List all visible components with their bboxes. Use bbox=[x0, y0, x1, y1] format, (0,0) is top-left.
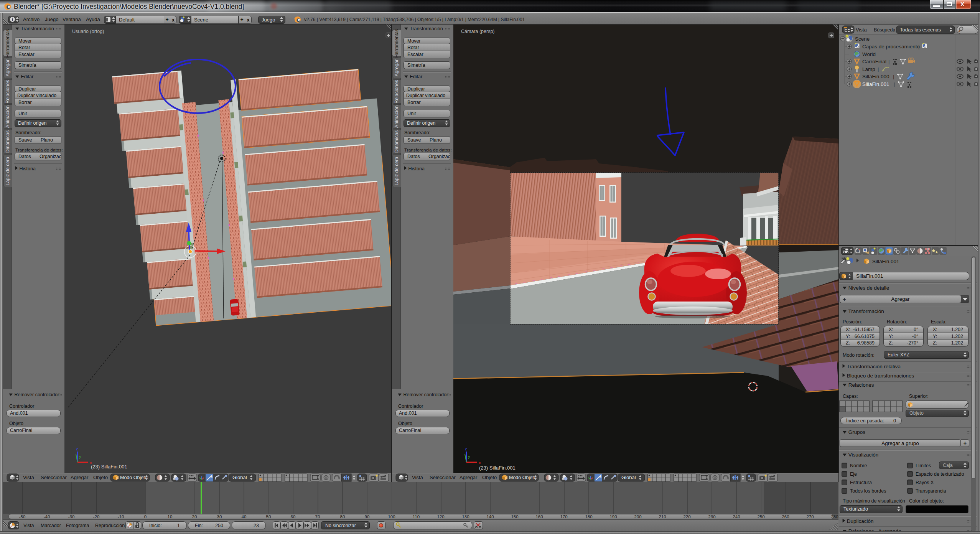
svg-text:Dinámicas: Dinámicas bbox=[394, 130, 399, 153]
svg-text:Seleccionar: Seleccionar bbox=[430, 475, 456, 480]
svg-text:(23) SillaFin.001: (23) SillaFin.001 bbox=[91, 464, 127, 470]
svg-text:Objeto: Objeto bbox=[482, 475, 497, 480]
svg-text:SillaFin.001: SillaFin.001 bbox=[862, 81, 889, 87]
svg-text:Objeto: Objeto bbox=[93, 475, 108, 480]
svg-text:z: z bbox=[76, 447, 78, 451]
svg-text:Búsqueda: Búsqueda bbox=[874, 27, 895, 33]
svg-text:Global: Global bbox=[621, 475, 636, 480]
svg-text:Seleccionar: Seleccionar bbox=[41, 475, 67, 480]
svg-text:Animación: Animación bbox=[394, 105, 399, 128]
svg-text:Dinámicas: Dinámicas bbox=[5, 130, 10, 153]
svg-text:Agregar: Agregar bbox=[5, 59, 10, 76]
svg-text:Global: Global bbox=[232, 475, 247, 480]
svg-text:Lápiz de cera: Lápiz de cera bbox=[5, 157, 10, 185]
svg-text:Scene: Scene bbox=[855, 36, 870, 42]
svg-text:|: | bbox=[878, 66, 879, 72]
svg-text:Agregar: Agregar bbox=[394, 59, 399, 76]
svg-text:CarroFinal: CarroFinal bbox=[862, 59, 886, 64]
svg-text:Relaciones: Relaciones bbox=[394, 80, 399, 104]
svg-text:Lamp: Lamp bbox=[862, 66, 875, 72]
svg-text:y: y bbox=[468, 454, 470, 459]
svg-text:SillaFin.000: SillaFin.000 bbox=[862, 74, 889, 79]
svg-text:Vista: Vista bbox=[412, 475, 423, 480]
svg-text:Cámara (persp): Cámara (persp) bbox=[461, 29, 495, 34]
svg-text:Todas las escenas: Todas las escenas bbox=[900, 27, 941, 33]
svg-text:Animación: Animación bbox=[5, 105, 10, 128]
svg-text:|: | bbox=[893, 74, 894, 79]
svg-text:Modo Objeto: Modo Objeto bbox=[509, 475, 537, 480]
svg-text:Lápiz de cera: Lápiz de cera bbox=[394, 157, 399, 185]
svg-text:SillaFin.001: SillaFin.001 bbox=[872, 259, 899, 264]
svg-text:Usuario (ortog): Usuario (ortog) bbox=[72, 29, 104, 34]
svg-text:|: | bbox=[888, 59, 890, 64]
svg-text:|: | bbox=[918, 44, 920, 49]
svg-text:World: World bbox=[862, 51, 876, 57]
svg-text:z: z bbox=[465, 447, 467, 451]
svg-text:Agregar: Agregar bbox=[71, 475, 89, 480]
svg-text:Capas de procesamiento: Capas de procesamiento bbox=[862, 44, 920, 49]
svg-text:Relaciones: Relaciones bbox=[5, 80, 10, 104]
svg-text:Herramientas: Herramientas bbox=[5, 29, 10, 58]
svg-text:(23) SillaFin.001: (23) SillaFin.001 bbox=[479, 465, 516, 471]
svg-text:Agregar: Agregar bbox=[460, 475, 478, 480]
svg-text:Vista: Vista bbox=[23, 475, 34, 480]
svg-text:Herramientas: Herramientas bbox=[394, 29, 399, 58]
svg-text:Vista: Vista bbox=[856, 27, 867, 33]
svg-text:y: y bbox=[79, 454, 81, 459]
svg-text:Modo Objeto: Modo Objeto bbox=[120, 475, 148, 480]
svg-text:x: x bbox=[479, 460, 481, 465]
svg-text:|: | bbox=[894, 81, 895, 87]
